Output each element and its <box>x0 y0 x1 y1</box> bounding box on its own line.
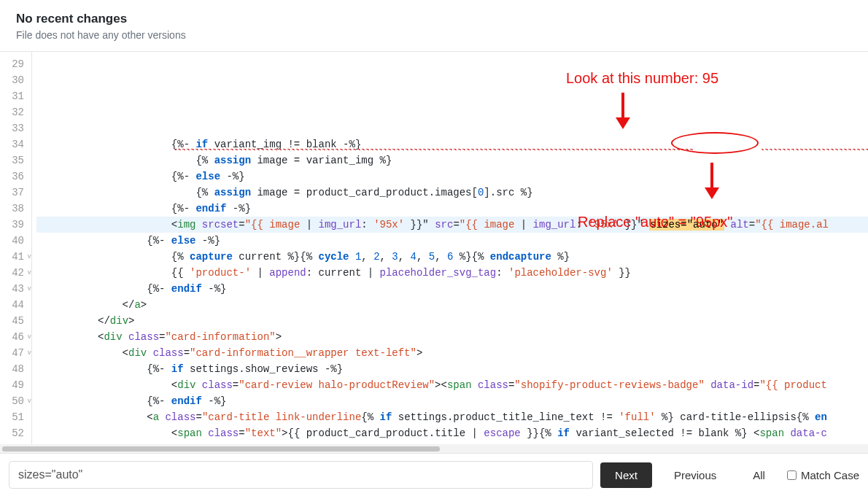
code-token: escape <box>484 427 520 439</box>
code-token: >< <box>435 379 447 391</box>
code-line[interactable]: {% capture current %}{% cycle 1, 2, 3, 4… <box>36 249 868 265</box>
line-number: 34 <box>0 136 31 152</box>
code-token: | <box>306 219 319 230</box>
code-line[interactable]: <span class="text">{{ product_card_produ… <box>36 425 868 441</box>
code-token: , <box>380 251 392 263</box>
lint-underline <box>174 149 694 150</box>
code-token: span <box>759 427 790 439</box>
code-line[interactable]: <div class="card-review halo-productRevi… <box>36 377 868 393</box>
code-line[interactable]: <a class="card-title link-underline{% if… <box>36 409 868 425</box>
code-token: div <box>110 315 128 327</box>
code-token: {% <box>36 155 214 166</box>
code-token: div <box>104 331 128 343</box>
code-line[interactable]: {%- endif -%} <box>36 281 868 297</box>
code-token: srcset <box>202 219 239 230</box>
code-line[interactable]: </div> <box>36 313 868 329</box>
line-number: 37 <box>0 185 31 201</box>
code-token: -%} <box>226 203 251 214</box>
code-token: "{{ image.al <box>755 219 829 230</box>
code-token: en <box>815 411 827 423</box>
code-token: placeholder_svg_tag <box>380 267 497 279</box>
code-token: class <box>153 347 184 359</box>
fold-icon[interactable]: v <box>28 329 31 345</box>
code-token: '95x' <box>373 219 404 230</box>
line-number: 49 <box>0 377 31 393</box>
code-token: = <box>184 347 190 359</box>
find-bar: Next Previous All Match Case <box>0 453 868 496</box>
code-line[interactable]: {% assign image = variant_img %} <box>36 152 868 168</box>
match-case-checkbox[interactable] <box>787 470 797 480</box>
code-line[interactable]: <div class="card-information__wrapper te… <box>36 345 868 361</box>
code-token: endif <box>171 283 202 295</box>
code-token: settings.product_title_line_text != <box>392 411 619 423</box>
code-token: {%- <box>36 283 171 295</box>
code-token: = <box>453 219 459 230</box>
code-token: }}{% <box>521 427 557 439</box>
code-token: }} <box>613 267 631 279</box>
code-line[interactable]: {%- else -%} <box>36 233 868 249</box>
fold-icon[interactable]: v <box>28 345 31 361</box>
code-token: , <box>435 251 447 263</box>
code-editor[interactable]: 29303132333435363738394041v42v43v444546v… <box>0 52 868 444</box>
code-token: </ <box>36 315 110 327</box>
fold-icon[interactable]: v <box>28 393 31 409</box>
lint-underline <box>762 149 868 150</box>
code-token: < <box>36 427 177 439</box>
code-token: > <box>416 347 422 359</box>
code-token: "card-title link-underline <box>202 411 361 423</box>
line-number: 48 <box>0 361 31 377</box>
code-token: {%- <box>36 171 195 182</box>
line-number: 45 <box>0 313 31 329</box>
code-line[interactable]: <img srcset="{{ image | img_url: '95x' }… <box>36 217 868 233</box>
code-line[interactable]: <div class="card-information"> <box>36 329 868 345</box>
code-line[interactable]: {{ 'product-' | append: current | placeh… <box>36 265 868 281</box>
code-line[interactable]: {%- endif -%} <box>36 201 868 217</box>
fold-icon[interactable]: v <box>28 249 31 265</box>
code-token: div <box>128 347 153 359</box>
fold-icon[interactable]: v <box>28 265 31 281</box>
code-token: settings.show_reviews -%} <box>184 363 343 375</box>
code-token: , <box>361 251 373 263</box>
code-token: class <box>165 411 195 423</box>
match-case-option[interactable]: Match Case <box>787 469 859 481</box>
code-token: endcapture <box>490 251 551 263</box>
code-token: 3 <box>392 251 398 263</box>
all-button[interactable]: All <box>738 462 780 488</box>
code-token: {%- <box>36 363 171 375</box>
horizontal-scrollbar[interactable] <box>0 444 868 453</box>
code-token: < <box>36 331 104 343</box>
code-line[interactable]: {%- endif -%} <box>36 393 868 409</box>
code-token: src <box>435 219 453 230</box>
code-token: ].src %} <box>484 187 532 198</box>
code-token: a <box>134 299 140 311</box>
code-line[interactable]: {%- if settings.show_reviews -%} <box>36 361 868 377</box>
code-token: </ <box>36 443 159 444</box>
code-token: a <box>153 411 166 423</box>
line-number: 47v <box>0 345 31 361</box>
line-number: 30 <box>0 72 31 88</box>
scrollbar-thumb[interactable] <box>2 446 440 452</box>
code-line[interactable]: {%- else -%} <box>36 168 868 185</box>
code-area[interactable]: {%- if variant_img != blank -%} {% assig… <box>32 52 868 444</box>
code-line[interactable]: </a> <box>36 441 868 444</box>
code-token <box>349 251 355 263</box>
code-token: < <box>36 379 177 391</box>
code-token: < <box>36 347 128 359</box>
code-token: class <box>202 379 233 391</box>
code-token: -%} <box>202 283 227 295</box>
fold-icon[interactable]: v <box>28 281 31 297</box>
code-token: -%} <box>195 235 220 247</box>
code-token: "card-information" <box>165 331 275 343</box>
code-token: data-c <box>790 427 826 439</box>
search-input[interactable] <box>9 461 593 489</box>
previous-button[interactable]: Previous <box>659 462 731 488</box>
line-number: 36 <box>0 168 31 185</box>
code-token: {%- <box>36 139 195 150</box>
next-button[interactable]: Next <box>600 462 652 488</box>
line-number: 50v <box>0 393 31 409</box>
code-line[interactable]: {% assign image = product_card_product.i… <box>36 185 868 201</box>
version-header: No recent changes File does not have any… <box>0 0 868 52</box>
code-line[interactable]: </a> <box>36 297 868 313</box>
code-token: "{{ image <box>460 219 521 230</box>
code-token: img_url <box>319 219 362 230</box>
